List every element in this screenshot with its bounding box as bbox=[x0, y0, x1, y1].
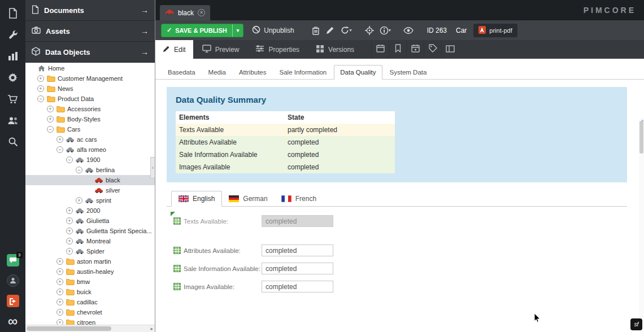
search-icon[interactable] bbox=[7, 136, 19, 148]
expand-icon[interactable]: + bbox=[76, 197, 82, 204]
tree-item[interactable]: +aston martin bbox=[25, 256, 155, 267]
tab-tags[interactable] bbox=[424, 40, 441, 59]
tab-versions[interactable]: Versions bbox=[308, 40, 362, 59]
expand-icon[interactable]: + bbox=[56, 268, 63, 275]
collapse-panel-handle[interactable]: ‹ bbox=[150, 157, 155, 178]
print-pdf-button[interactable]: print-pdf bbox=[473, 24, 517, 37]
user-avatar[interactable] bbox=[7, 274, 19, 287]
expand-icon[interactable]: + bbox=[66, 207, 73, 214]
subtab-media[interactable]: Media bbox=[203, 65, 232, 79]
reload-caret-icon[interactable]: ▾ bbox=[350, 28, 352, 33]
subtab-attributes[interactable]: Attributes bbox=[233, 65, 272, 79]
tree-item[interactable]: −Cars bbox=[25, 124, 155, 134]
rename-button[interactable] bbox=[323, 24, 338, 37]
wrench-icon[interactable] bbox=[7, 28, 19, 41]
eye-icon[interactable] bbox=[401, 24, 416, 37]
tree-item[interactable]: +Giulietta bbox=[25, 216, 155, 226]
collapse-icon[interactable]: − bbox=[47, 126, 54, 133]
tree-item[interactable]: −berlina bbox=[25, 165, 155, 175]
open-tab-black[interactable]: black × bbox=[160, 5, 210, 20]
info-caret-icon[interactable]: ▾ bbox=[389, 28, 391, 33]
tree-item[interactable]: +austin-healey bbox=[25, 267, 155, 277]
collapse-icon[interactable]: − bbox=[56, 146, 63, 153]
save-publish-button[interactable]: ✓ SAVE & PUBLISH ▾ bbox=[161, 24, 243, 37]
save-options-caret-icon[interactable]: ▾ bbox=[232, 24, 243, 37]
bar-chart-icon[interactable] bbox=[7, 50, 19, 62]
users-icon[interactable] bbox=[7, 114, 19, 126]
cart-icon[interactable] bbox=[7, 93, 19, 105]
unpublish-button[interactable]: Unpublish bbox=[247, 24, 299, 37]
close-icon[interactable]: × bbox=[198, 9, 205, 16]
expand-icon[interactable]: + bbox=[37, 85, 44, 92]
language-tab-english[interactable]: English bbox=[171, 191, 222, 207]
tree-item[interactable]: +Accessories bbox=[25, 104, 155, 114]
tree-item[interactable]: +buick bbox=[25, 287, 155, 297]
tree-item[interactable]: +citroen bbox=[25, 317, 155, 325]
tree-item[interactable]: silver bbox=[25, 185, 155, 195]
tree-item[interactable]: +Spider bbox=[25, 246, 155, 256]
field-input[interactable] bbox=[262, 263, 333, 274]
tab-scheduler[interactable] bbox=[371, 40, 389, 59]
tree-item[interactable]: +ac cars bbox=[25, 134, 155, 145]
symfony-debug-badge[interactable]: sf bbox=[630, 318, 642, 330]
accordion-assets[interactable]: Assets → bbox=[25, 21, 155, 42]
expand-icon[interactable]: + bbox=[56, 299, 63, 305]
expand-icon[interactable]: + bbox=[47, 116, 54, 123]
file-icon[interactable] bbox=[7, 7, 19, 19]
tree-horizontal-scrollbar[interactable]: ▸ bbox=[25, 325, 155, 332]
tab-schedule[interactable] bbox=[406, 40, 424, 59]
expand-icon[interactable]: + bbox=[56, 319, 63, 325]
tree-item[interactable]: −alfa romeo bbox=[25, 145, 155, 155]
tree-item[interactable]: +2000 bbox=[25, 206, 155, 216]
locate-in-tree-button[interactable] bbox=[362, 24, 377, 37]
tree-item[interactable]: +bmw bbox=[25, 277, 155, 287]
tree-item[interactable]: +News bbox=[25, 84, 155, 94]
expand-icon[interactable]: + bbox=[47, 106, 54, 112]
field-input[interactable] bbox=[262, 244, 333, 256]
tree-item[interactable]: +cadillac bbox=[25, 297, 155, 307]
scrollbar-thumb[interactable] bbox=[639, 121, 643, 154]
collapse-icon[interactable]: − bbox=[66, 156, 73, 163]
delete-button[interactable] bbox=[308, 24, 323, 37]
scrollbar-thumb[interactable] bbox=[27, 326, 111, 331]
subtab-data-quality[interactable]: Data Quality bbox=[334, 65, 382, 80]
subtab-system-data[interactable]: System Data bbox=[384, 65, 433, 79]
language-tab-german[interactable]: German bbox=[222, 191, 274, 206]
subtab-basedata[interactable]: Basedata bbox=[162, 65, 201, 79]
tree-item[interactable]: +sprint bbox=[25, 195, 155, 206]
notifications-icon[interactable]: 3 bbox=[7, 254, 19, 267]
tree-item[interactable]: +Customer Management bbox=[25, 73, 155, 84]
open-panel-arrow-icon[interactable]: → bbox=[141, 27, 149, 36]
tree-item[interactable]: −1900 bbox=[25, 155, 155, 165]
tab-layout[interactable] bbox=[441, 40, 459, 59]
tab-preview[interactable]: Preview bbox=[195, 40, 247, 59]
expand-icon[interactable]: + bbox=[66, 228, 73, 234]
accordion-data-objects[interactable]: Data Objects → bbox=[25, 42, 155, 63]
tree-item[interactable]: Home bbox=[25, 63, 155, 73]
tree-item[interactable]: +Body-Styles bbox=[25, 114, 155, 124]
expand-icon[interactable]: + bbox=[56, 258, 63, 265]
expand-icon[interactable]: + bbox=[56, 136, 63, 143]
expand-icon[interactable]: + bbox=[66, 217, 73, 224]
tree-item[interactable]: black bbox=[25, 175, 155, 185]
accordion-documents[interactable]: Documents → bbox=[25, 0, 155, 21]
collapse-icon[interactable]: − bbox=[76, 167, 82, 173]
open-panel-arrow-icon[interactable]: → bbox=[141, 6, 149, 15]
expand-icon[interactable]: + bbox=[56, 309, 63, 316]
field-input[interactable] bbox=[262, 281, 333, 292]
tree-item[interactable]: +Gulietta Sprint Specia... bbox=[25, 226, 155, 236]
expand-icon[interactable]: + bbox=[66, 248, 73, 255]
tab-notes[interactable] bbox=[389, 40, 406, 59]
tab-properties[interactable]: Properties bbox=[248, 40, 307, 59]
tree-item[interactable]: +Montreal bbox=[25, 236, 155, 246]
expand-icon[interactable]: + bbox=[37, 75, 44, 82]
expand-icon[interactable]: + bbox=[66, 238, 73, 244]
logout-icon[interactable] bbox=[7, 295, 19, 307]
expand-icon[interactable]: + bbox=[56, 289, 63, 295]
gear-icon[interactable] bbox=[7, 71, 19, 84]
open-panel-arrow-icon[interactable]: → bbox=[141, 47, 149, 56]
collapse-icon[interactable]: − bbox=[37, 95, 44, 102]
language-tab-french[interactable]: French bbox=[275, 191, 323, 206]
tree-item[interactable]: +chevrolet bbox=[25, 307, 155, 317]
scroll-right-icon[interactable]: ▸ bbox=[150, 326, 153, 331]
